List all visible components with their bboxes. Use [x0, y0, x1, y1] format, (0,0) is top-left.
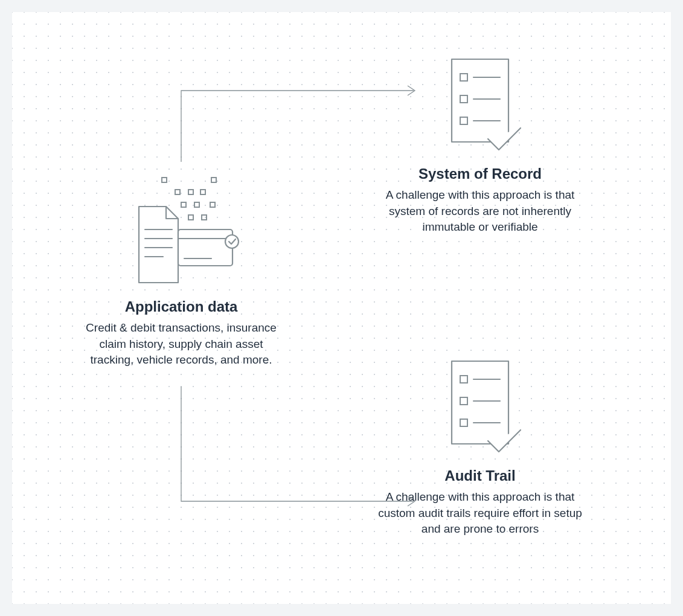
svg-rect-7 [210, 202, 215, 207]
application-data-description: Credit & debit transactions, insurance c… [79, 320, 284, 368]
svg-rect-1 [211, 178, 216, 182]
svg-rect-8 [188, 215, 193, 220]
svg-rect-14 [178, 229, 232, 266]
diagram-canvas: Application data Credit & debit transact… [12, 12, 671, 604]
audit-trail-title: Audit Trail [374, 467, 586, 484]
svg-rect-6 [194, 202, 199, 207]
svg-rect-2 [175, 190, 180, 194]
application-data-node: Application data Credit & debit transact… [79, 169, 284, 368]
system-of-record-description: A challenge with this approach is that s… [374, 187, 586, 236]
application-data-icon [121, 169, 242, 290]
system-of-record-node: System of Record A challenge with this a… [374, 54, 586, 236]
svg-rect-3 [188, 190, 193, 194]
svg-rect-9 [202, 215, 207, 220]
audit-trail-description: A challenge with this approach is that c… [374, 489, 586, 537]
checklist-document-icon [435, 356, 525, 459]
audit-trail-node: Audit Trail A challenge with this approa… [374, 356, 586, 537]
svg-rect-0 [162, 178, 167, 182]
system-of-record-title: System of Record [374, 165, 586, 182]
checklist-document-icon [435, 54, 525, 157]
application-data-title: Application data [79, 298, 284, 315]
svg-rect-4 [200, 190, 205, 194]
svg-point-17 [225, 235, 239, 248]
svg-rect-5 [181, 202, 186, 207]
